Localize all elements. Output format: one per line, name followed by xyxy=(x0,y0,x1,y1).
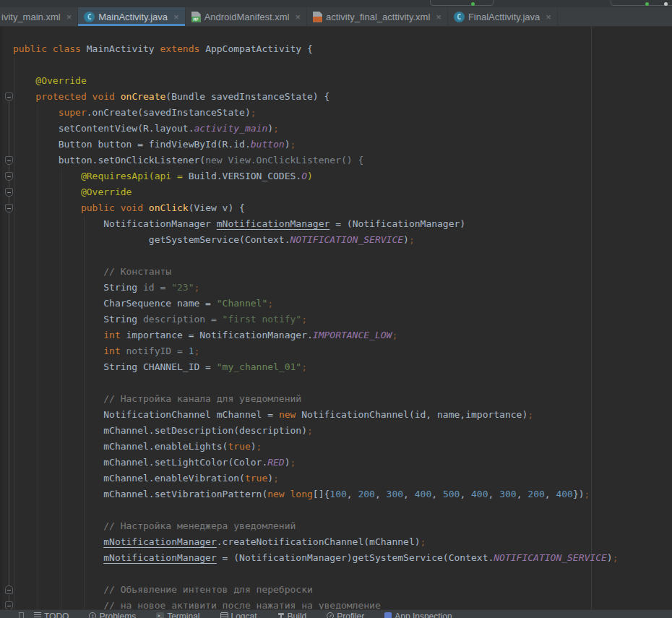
toolwindow-label: App Inspection xyxy=(395,611,452,618)
code-line: // Настройка канала для уведомлений xyxy=(13,391,619,407)
toolwindow-logcat[interactable]: Logcat xyxy=(220,610,257,618)
tab-close-icon[interactable]: × xyxy=(436,12,441,22)
code-line: // Настройка менеджера уведомлений xyxy=(13,518,619,534)
toolwindow-profiler[interactable]: Profiler xyxy=(327,610,364,618)
toolwindow-label: Logcat xyxy=(231,611,257,618)
code-line: protected void onCreate(Bundle savedInst… xyxy=(13,89,619,105)
fold-marker[interactable] xyxy=(5,585,13,594)
toolwindow-label: Profiler xyxy=(337,611,364,618)
code-line: mChannel.enableLights(true); xyxy=(13,439,619,455)
toolwindow-stub-icon[interactable] xyxy=(19,612,24,618)
run-icon[interactable] xyxy=(471,2,475,6)
code-line: String description = "first notify"; xyxy=(13,312,619,327)
code-line xyxy=(13,566,619,582)
layout-xml-file-icon xyxy=(313,12,322,22)
code-line: CharSequence name = "Channel"; xyxy=(13,296,619,312)
code-line: getSystemService(Context.NOTIFICATION_SE… xyxy=(13,232,619,248)
fold-marker[interactable] xyxy=(5,188,13,197)
code-line: // на новое активити после нажатия на ув… xyxy=(13,598,619,609)
fold-marker[interactable] xyxy=(5,601,13,609)
toolwindow-label: Problems xyxy=(99,611,136,618)
terminal-icon: >_ xyxy=(156,612,164,618)
code-line xyxy=(13,57,619,73)
app-inspection-icon xyxy=(384,612,392,618)
code-line: String id = "23"; xyxy=(13,280,619,296)
toolwindow-label: TODO xyxy=(44,611,69,618)
tab-label: ivity_main.xml xyxy=(1,12,61,22)
code-line: public class MainActivity extends AppCom… xyxy=(13,41,619,57)
fold-marker[interactable] xyxy=(5,156,13,165)
code-line xyxy=(13,502,619,518)
tab-label: MainActivity.java xyxy=(98,12,168,22)
problems-icon: ! xyxy=(89,612,96,618)
tool-window-bar: TODO!Problems>_TerminalLogcatBuildProfil… xyxy=(0,609,672,618)
code-line: NotificationChannel mChannel = new Notif… xyxy=(13,407,619,423)
run-controls-button[interactable] xyxy=(611,0,672,6)
tab-androidmanifest-xml[interactable]: MFAndroidManifest.xml× xyxy=(186,7,307,26)
tab-activity-final-acttivity-xml[interactable]: activity_final_acttivity.xml× xyxy=(307,7,448,26)
code-line: int importance = NotificationManager.IMP… xyxy=(13,327,619,343)
code-line: mNotificationManager = (NotificationMana… xyxy=(13,550,619,566)
fold-marker[interactable] xyxy=(5,204,13,213)
toolwindow-terminal[interactable]: >_Terminal xyxy=(156,610,199,618)
profiler-icon xyxy=(327,612,334,618)
toolwindow-label: Build xyxy=(288,611,307,618)
code-line: int notifyID = 1; xyxy=(13,343,619,359)
build-icon xyxy=(277,612,285,618)
code-line: public void onClick(View v) { xyxy=(13,200,619,216)
code-line: mChannel.setVibrationPattern(new long[]{… xyxy=(13,486,619,502)
code-line: button.setOnClickListener(new View.OnCli… xyxy=(13,153,619,168)
code-area[interactable]: public class MainActivity extends AppCom… xyxy=(13,41,619,609)
fold-marker[interactable] xyxy=(5,93,13,101)
code-line: // Константы xyxy=(13,264,619,280)
logcat-icon xyxy=(220,612,228,618)
code-line: super.onCreate(savedInstanceState); xyxy=(13,105,619,121)
tab-finalacttivity-java[interactable]: CFinalActtivity.java× xyxy=(448,7,558,26)
code-line: mChannel.enableVibration(true); xyxy=(13,471,619,486)
code-editor[interactable]: public class MainActivity extends AppCom… xyxy=(0,27,672,609)
code-line: mNotificationManager.createNotificationC… xyxy=(13,534,619,550)
code-line: mChannel.setDescription(description); xyxy=(13,423,619,439)
device-selector-button[interactable] xyxy=(430,0,494,6)
tab-ivity-main-xml[interactable]: ivity_main.xml× xyxy=(0,7,78,26)
manifest-badge: MF xyxy=(191,17,201,22)
tab-close-icon[interactable]: × xyxy=(66,12,72,22)
android-studio-window: ivity_main.xml×CMainActivity.java×MFAndr… xyxy=(0,0,672,618)
layout-xml-badge xyxy=(313,17,322,22)
todo-icon xyxy=(34,612,41,618)
code-line: @Override xyxy=(13,184,619,200)
tab-mainactivity-java[interactable]: CMainActivity.java× xyxy=(78,7,185,26)
toolwindow-app-inspection[interactable]: App Inspection xyxy=(384,610,452,618)
java-class-icon: C xyxy=(454,12,465,22)
toolwindow-problems[interactable]: !Problems xyxy=(89,610,136,618)
run-icon[interactable] xyxy=(645,2,649,6)
code-line: @Override xyxy=(13,73,619,89)
tab-label: FinalActtivity.java xyxy=(468,12,540,22)
tab-label: activity_final_acttivity.xml xyxy=(326,12,430,22)
tab-close-icon[interactable]: × xyxy=(546,12,551,22)
tab-label: AndroidManifest.xml xyxy=(204,12,290,22)
code-line: // Обьявление интентов для переброски xyxy=(13,582,619,598)
editor-left-edge xyxy=(0,27,2,609)
manifest-file-icon: MF xyxy=(191,12,201,22)
toolwindow-todo[interactable]: TODO xyxy=(34,610,69,618)
tab-close-icon[interactable]: × xyxy=(173,12,179,22)
toolbar-icon[interactable] xyxy=(664,2,668,6)
tab-close-icon[interactable]: × xyxy=(295,12,301,22)
code-line: String CHANNEL_ID = "my_channel_01"; xyxy=(13,359,619,375)
code-line: setContentView(R.layout.activity_main); xyxy=(13,121,619,137)
toolwindow-label: Terminal xyxy=(167,611,199,618)
code-line xyxy=(13,248,619,264)
tab-bar: ivity_main.xml×CMainActivity.java×MFAndr… xyxy=(0,7,672,27)
main-toolbar-strip xyxy=(0,0,672,7)
fold-marker[interactable] xyxy=(5,172,13,181)
code-line: Button button = findViewById(R.id.button… xyxy=(13,137,619,153)
java-class-icon: C xyxy=(84,12,95,22)
code-line: @RequiresApi(api = Build.VERSION_CODES.O… xyxy=(13,168,619,184)
code-line xyxy=(13,375,619,391)
code-line: NotificationManager mNotificationManager… xyxy=(13,216,619,232)
code-line: mChannel.setLightColor(Color.RED); xyxy=(13,455,619,471)
toolwindow-build[interactable]: Build xyxy=(277,610,307,618)
